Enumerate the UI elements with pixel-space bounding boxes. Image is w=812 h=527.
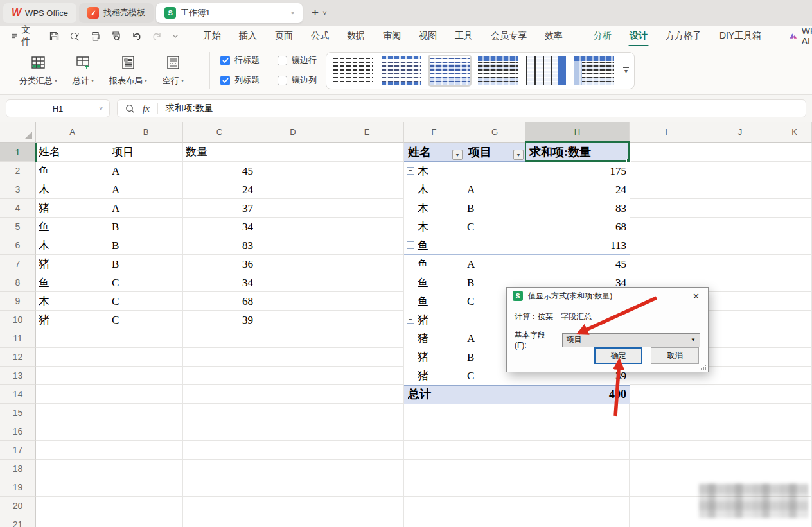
checkbox-row-headers[interactable]: 行标题 [220,55,260,66]
cell-B9[interactable]: C [112,292,182,311]
row-header-3[interactable]: 3 [0,180,36,199]
cell-B8[interactable]: C [112,273,182,292]
cell-H2[interactable]: 175 [527,162,626,180]
filter-dropdown-icon[interactable]: ▼ [452,150,463,160]
cell-G4[interactable]: B [467,199,524,218]
cell-F3[interactable]: 木 [418,180,474,199]
save-icon[interactable] [49,31,60,42]
column-header-J[interactable]: J [703,122,777,143]
wps-ai-label[interactable]: WPS AI [802,26,812,46]
menu-tab-insert[interactable]: 插入 [239,30,257,42]
menu-tab-efficiency[interactable]: 效率 [545,30,563,42]
report-layout-button[interactable]: 报表布局▾ [109,55,147,87]
column-header-G[interactable]: G [464,122,525,143]
print-icon[interactable] [90,31,101,42]
name-box[interactable]: H1 ˅ [6,99,110,117]
cell-A3[interactable]: 木 [39,180,108,199]
checkbox-banded-columns[interactable]: 镶边列 [278,74,317,86]
cell-A10[interactable]: 猪 [39,311,108,329]
menu-tab-review[interactable]: 审阅 [383,30,401,42]
cell-C4[interactable]: 37 [184,199,253,218]
cell-F12[interactable]: 猪 [418,348,474,367]
menu-tab-design-active[interactable]: 设计 [630,30,648,42]
row-header-2[interactable]: 2 [0,162,36,180]
row-header-19[interactable]: 19 [0,478,36,497]
cell-H4[interactable]: 83 [527,199,626,218]
column-header-F[interactable]: F [404,122,464,143]
cell-C10[interactable]: 39 [184,311,253,329]
close-icon[interactable]: ✕ [690,291,702,301]
menu-tab-data[interactable]: 数据 [347,30,365,42]
grand-total-button[interactable]: 总计▾ [73,55,94,87]
fx-icon[interactable]: fx [143,103,150,114]
row-header-18[interactable]: 18 [0,460,36,478]
cell-F10[interactable]: 猪 [418,311,474,329]
cell-C6[interactable]: 83 [184,236,253,255]
cell-G3[interactable]: A [467,180,524,199]
checkbox-banded-rows[interactable]: 镶边行 [278,55,317,66]
cell-F8[interactable]: 鱼 [418,273,474,292]
cell-A9[interactable]: 木 [39,292,108,311]
undo-icon[interactable] [131,31,142,42]
cell-C3[interactable]: 24 [184,180,253,199]
row-header-1[interactable]: 1 [0,143,36,162]
cell-A6[interactable]: 木 [39,236,108,255]
cancel-button[interactable]: 取消 [651,347,699,364]
new-tab-button[interactable]: + [312,6,319,20]
cell-F7[interactable]: 鱼 [418,255,474,273]
cell-C8[interactable]: 34 [184,273,253,292]
tab-wps-office[interactable]: W WPS Office [3,3,76,23]
cell-C2[interactable]: 45 [184,162,253,180]
table-style-thumbnail-3-selected[interactable] [428,55,472,87]
cell-H7[interactable]: 45 [527,255,626,273]
tab-workbook1[interactable]: S 工作簿1 ● [156,3,303,23]
cell-F4[interactable]: 木 [418,199,474,218]
ok-button[interactable]: 确定 [594,347,642,364]
cell-B3[interactable]: A [112,180,182,199]
row-header-9[interactable]: 9 [0,292,36,311]
menu-tab-diy-toolbox[interactable]: DIY工具箱 [719,30,761,42]
table-style-thumbnail-2[interactable] [380,55,423,87]
subtotal-button[interactable]: 分类汇总▾ [19,55,57,87]
row-header-15[interactable]: 15 [0,404,36,422]
menu-tab-home[interactable]: 开始 [203,30,221,42]
base-field-dropdown[interactable]: 项目 ▼ [562,333,700,347]
cell-B10[interactable]: C [112,311,182,329]
cell-C5[interactable]: 34 [184,218,253,236]
column-header-H[interactable]: H [525,122,630,143]
menu-tab-analyze[interactable]: 分析 [594,30,612,42]
row-header-12[interactable]: 12 [0,348,36,367]
table-style-thumbnail-4[interactable] [476,55,520,87]
column-header-B[interactable]: B [109,122,183,143]
column-header-I[interactable]: I [630,122,703,143]
cell-B1[interactable]: 项目 [112,143,182,162]
menu-tab-page[interactable]: 页面 [275,30,293,42]
formula-input[interactable]: fx 求和项:数量 [117,99,806,117]
cell-F9[interactable]: 鱼 [418,292,474,311]
cell-C9[interactable]: 68 [184,292,253,311]
tab-list-chevron-icon[interactable]: ˅ [322,9,326,17]
row-header-5[interactable]: 5 [0,218,36,236]
cell-B2[interactable]: A [112,162,182,180]
fill-handle[interactable] [626,159,631,163]
tab-docer-templates[interactable]: 找稻壳模板 [79,3,154,23]
cell-F11[interactable]: 猪 [418,329,474,348]
row-header-17[interactable]: 17 [0,441,36,460]
filter-dropdown-icon[interactable]: ▼ [513,150,524,160]
print-preview-icon[interactable] [110,31,121,42]
toolbar-chevron-icon[interactable] [172,33,179,39]
menu-tab-formula[interactable]: 公式 [311,30,329,42]
gallery-more-button[interactable]: ▾ [623,67,629,74]
cell-A7[interactable]: 猪 [39,255,108,273]
export-icon[interactable] [69,31,80,42]
select-all-corner[interactable] [0,122,36,143]
column-header-K[interactable]: K [777,122,812,143]
cell-B7[interactable]: B [112,255,182,273]
cell-F5[interactable]: 木 [418,218,474,236]
table-style-thumbnail-5[interactable] [524,55,568,87]
row-header-20[interactable]: 20 [0,497,36,515]
column-header-C[interactable]: C [183,122,256,143]
cell-H6[interactable]: 113 [527,236,626,255]
collapse-minus-icon[interactable]: − [407,241,414,249]
cell-C1[interactable]: 数量 [186,143,255,162]
